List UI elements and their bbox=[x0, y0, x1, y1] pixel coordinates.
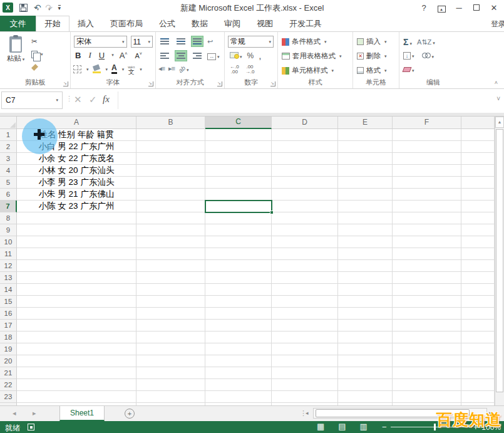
cell-E8[interactable] bbox=[338, 212, 393, 224]
increase-decimal-button[interactable]: ←.0 .00 bbox=[230, 65, 239, 75]
cell-B17[interactable] bbox=[136, 320, 205, 331]
cell-A17[interactable] bbox=[17, 320, 136, 331]
cell-A16[interactable] bbox=[17, 308, 136, 320]
cell-E18[interactable] bbox=[338, 331, 393, 343]
row-header-19[interactable]: 19 bbox=[0, 343, 17, 355]
autosum-button[interactable]: Σ▾ bbox=[403, 37, 412, 47]
copy-button[interactable]: ▾ bbox=[30, 48, 69, 61]
sheet-nav-prev-icon[interactable]: ◂ bbox=[13, 409, 16, 417]
wrap-text-button[interactable]: ↩ bbox=[207, 38, 213, 46]
column-header-D[interactable]: D bbox=[272, 117, 338, 129]
row-header-1[interactable]: 1 bbox=[0, 129, 17, 141]
cell-C5[interactable] bbox=[205, 177, 272, 189]
cell-F13[interactable] bbox=[393, 272, 461, 284]
align-bottom-button[interactable] bbox=[191, 36, 203, 47]
cell-D14[interactable] bbox=[272, 284, 338, 296]
row-header-7[interactable]: 7 bbox=[0, 201, 17, 212]
cell-D11[interactable] bbox=[272, 248, 338, 260]
fill-color-icon[interactable] bbox=[93, 65, 101, 73]
cell-C6[interactable] bbox=[205, 189, 272, 201]
cell-B23[interactable] bbox=[136, 391, 205, 403]
cell-B6[interactable] bbox=[136, 189, 205, 201]
cell-C8[interactable] bbox=[205, 212, 272, 224]
phonetic-guide-icon[interactable]: wén文 bbox=[128, 65, 135, 74]
sheet-tab-sheet1[interactable]: Sheet1 bbox=[59, 406, 105, 421]
comma-style-button[interactable]: , bbox=[259, 50, 261, 61]
cell-B13[interactable] bbox=[136, 272, 205, 284]
cell-E17[interactable] bbox=[338, 320, 393, 331]
sign-in-link[interactable]: 登录 bbox=[491, 19, 504, 29]
row-header-16[interactable]: 16 bbox=[0, 308, 17, 320]
cell-E12[interactable] bbox=[338, 260, 393, 272]
cell-F9[interactable] bbox=[393, 224, 461, 236]
tab-insert[interactable]: 插入 bbox=[69, 16, 102, 31]
align-top-button[interactable] bbox=[158, 36, 171, 47]
vertical-scroll-thumb[interactable] bbox=[496, 129, 503, 392]
cell-D8[interactable] bbox=[272, 212, 338, 224]
cell-F15[interactable] bbox=[393, 296, 461, 308]
align-right-button[interactable] bbox=[191, 50, 203, 61]
cell-F19[interactable] bbox=[393, 343, 461, 355]
cell-B22[interactable] bbox=[136, 379, 205, 391]
cell-C3[interactable] bbox=[205, 153, 272, 165]
underline-button[interactable]: U bbox=[97, 51, 106, 60]
cell-D12[interactable] bbox=[272, 260, 338, 272]
cell-F23[interactable] bbox=[393, 391, 461, 403]
column-header-E[interactable]: E bbox=[338, 117, 393, 129]
vertical-scrollbar[interactable]: ▲ bbox=[495, 117, 504, 405]
row-header-12[interactable]: 12 bbox=[0, 260, 17, 272]
cell-A6[interactable]: 小朱 男 21 广东佛山 bbox=[17, 189, 136, 201]
cell-C12[interactable] bbox=[205, 260, 272, 272]
cell-C2[interactable] bbox=[205, 141, 272, 153]
cell-E22[interactable] bbox=[338, 379, 393, 391]
row-header-3[interactable]: 3 bbox=[0, 153, 17, 165]
cell-A15[interactable] bbox=[17, 296, 136, 308]
cell-C11[interactable] bbox=[205, 248, 272, 260]
cell-E5[interactable] bbox=[338, 177, 393, 189]
cell-C23[interactable] bbox=[205, 391, 272, 403]
cell-B9[interactable] bbox=[136, 224, 205, 236]
bold-button[interactable]: B bbox=[73, 51, 83, 60]
cell-C22[interactable] bbox=[205, 379, 272, 391]
cell-D19[interactable] bbox=[272, 343, 338, 355]
cell-A4[interactable]: 小林 女 20 广东汕头 bbox=[17, 165, 136, 177]
paste-button[interactable]: 粘贴▾ bbox=[4, 35, 28, 78]
row-header-18[interactable]: 18 bbox=[0, 331, 17, 343]
row-header-14[interactable]: 14 bbox=[0, 284, 17, 296]
cell-A9[interactable] bbox=[17, 224, 136, 236]
page-break-view-icon[interactable]: ▥ bbox=[360, 422, 368, 431]
cell-B7[interactable] bbox=[136, 201, 205, 212]
fill-handle[interactable] bbox=[270, 211, 274, 214]
cell-C14[interactable] bbox=[205, 284, 272, 296]
tab-formulas[interactable]: 公式 bbox=[151, 16, 183, 31]
font-dialog-launcher[interactable]: ↘ bbox=[148, 81, 153, 86]
cell-E13[interactable] bbox=[338, 272, 393, 284]
row-header-23[interactable]: 23 bbox=[0, 391, 17, 403]
row-header-8[interactable]: 8 bbox=[0, 212, 17, 224]
number-format-combo[interactable]: 常规▾ bbox=[228, 36, 274, 48]
align-center-button[interactable] bbox=[175, 50, 187, 61]
cell-D13[interactable] bbox=[272, 272, 338, 284]
cell-E19[interactable] bbox=[338, 343, 393, 355]
cell-E14[interactable] bbox=[338, 284, 393, 296]
cell-D3[interactable] bbox=[272, 153, 338, 165]
active-cell-C7[interactable] bbox=[205, 200, 272, 213]
cell-C9[interactable] bbox=[205, 224, 272, 236]
expand-formula-bar-icon[interactable]: ˅ bbox=[496, 95, 500, 102]
cell-D16[interactable] bbox=[272, 308, 338, 320]
ribbon-display-options-button[interactable]: ▴ bbox=[433, 3, 450, 13]
cell-F2[interactable] bbox=[393, 141, 461, 153]
new-sheet-button[interactable]: + bbox=[125, 409, 135, 419]
cell-A10[interactable] bbox=[17, 236, 136, 248]
decrease-indent-button[interactable]: ◂≡ bbox=[158, 65, 165, 73]
decrease-font-button[interactable]: A˅ bbox=[133, 51, 143, 60]
clear-button[interactable]: ▾ bbox=[403, 66, 414, 73]
cell-B10[interactable] bbox=[136, 236, 205, 248]
cell-B3[interactable] bbox=[136, 153, 205, 165]
cell-E23[interactable] bbox=[338, 391, 393, 403]
cell-A5[interactable]: 小李 男 23 广东汕头 bbox=[17, 177, 136, 189]
find-select-button[interactable]: ▾ bbox=[422, 52, 435, 60]
row-header-5[interactable]: 5 bbox=[0, 177, 17, 189]
row-header-15[interactable]: 15 bbox=[0, 296, 17, 308]
cell-B19[interactable] bbox=[136, 343, 205, 355]
